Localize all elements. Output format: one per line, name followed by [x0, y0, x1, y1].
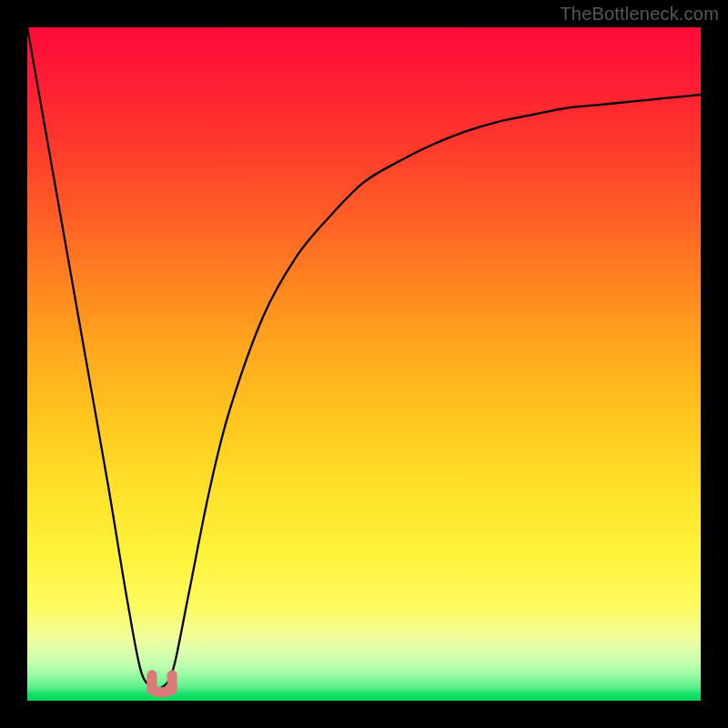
watermark-text: TheBottleneck.com	[560, 4, 719, 25]
minimum-marker-connector	[152, 690, 172, 693]
heatmap-background	[27, 27, 701, 701]
curve-layer	[27, 27, 701, 701]
minimum-markers	[152, 675, 172, 693]
bottleneck-curve	[27, 27, 701, 689]
chart-frame: TheBottleneck.com	[0, 0, 728, 728]
